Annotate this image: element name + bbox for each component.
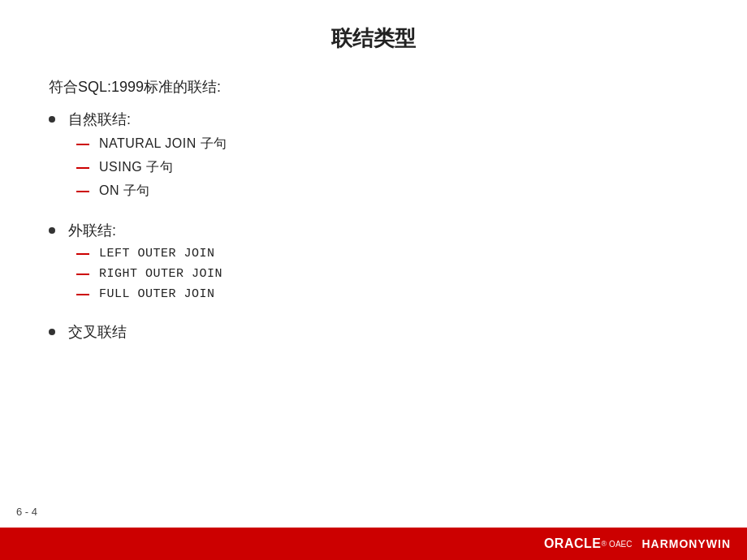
dash-icon [76,167,89,169]
sub-list-outer: LEFT OUTER JOIN RIGHT OUTER JOIN FULL OU… [76,247,698,301]
slide: 联结类型 符合SQL:1999标准的联结: 自然联结: NATURAL JOIN… [0,0,747,560]
list-item-label: 外联结: [68,222,116,239]
sub-item-text: RIGHT OUTER JOIN [99,267,222,281]
footer: ORACLE ® OAEC HARMONYWIN [0,528,747,560]
oracle-logo: ORACLE ® OAEC [544,536,633,551]
sub-item-text: LEFT OUTER JOIN [99,247,215,261]
oracle-text: ORACLE [544,536,602,551]
list-item-content: 自然联结: NATURAL JOIN 子句 USING 子句 ON 子句 [68,110,698,206]
list-item-content: 交叉联结 [68,322,698,342]
oracle-registered-icon: ® [601,540,607,548]
bullet-icon [49,116,55,123]
sub-item-text: USING 子句 [99,159,173,176]
sub-item-text: FULL OUTER JOIN [99,287,215,301]
sub-list-item: FULL OUTER JOIN [76,287,698,301]
list-item-label: 自然联结: [68,111,131,127]
sub-list-item: USING 子句 [76,159,698,176]
sub-list-item: RIGHT OUTER JOIN [76,267,698,281]
sub-list-item: ON 子句 [76,183,698,200]
sub-list-natural: NATURAL JOIN 子句 USING 子句 ON 子句 [76,136,698,200]
dash-icon [76,274,89,275]
harmonywin-text: HARMONYWIN [641,537,731,550]
dash-icon [76,294,89,295]
slide-title: 联结类型 [49,24,698,53]
list-item-cross-join: 交叉联结 [49,322,698,342]
footer-logos: ORACLE ® OAEC HARMONYWIN [544,536,731,551]
oaec-text: OAEC [609,540,632,549]
list-item-natural-join: 自然联结: NATURAL JOIN 子句 USING 子句 ON 子句 [49,110,698,206]
dash-icon [76,253,89,255]
bullet-icon [49,227,55,234]
sub-item-text: ON 子句 [99,183,150,200]
dash-icon [76,144,89,145]
dash-icon [76,191,89,192]
content-area: 联结类型 符合SQL:1999标准的联结: 自然联结: NATURAL JOIN… [0,0,747,528]
list-item-content: 外联结: LEFT OUTER JOIN RIGHT OUTER JOIN [68,221,698,308]
main-list: 自然联结: NATURAL JOIN 子句 USING 子句 ON 子句 [49,110,698,342]
page-number: 6 - 4 [16,506,37,518]
sub-list-item: NATURAL JOIN 子句 [76,136,698,153]
list-item-label: 交叉联结 [68,324,127,340]
list-item-outer-join: 外联结: LEFT OUTER JOIN RIGHT OUTER JOIN [49,221,698,308]
intro-text: 符合SQL:1999标准的联结: [49,77,698,97]
sub-list-item: LEFT OUTER JOIN [76,247,698,261]
bullet-icon [49,329,55,335]
sub-item-text: NATURAL JOIN 子句 [99,136,227,153]
